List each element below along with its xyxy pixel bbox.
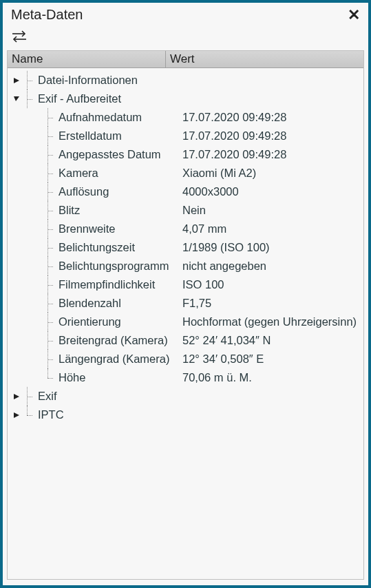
tree-branch [46, 331, 56, 350]
tree-branch [46, 350, 56, 368]
item-value: 4000x3000 [180, 185, 363, 198]
tree-item[interactable]: Breitengrad (Kamera) 52° 24′ 41,034″ N [9, 331, 363, 350]
svg-marker-2 [14, 78, 19, 83]
tree-item[interactable]: Blitz Nein [9, 201, 363, 220]
tree-item[interactable]: Belichtungsprogramm nicht angegeben [9, 257, 363, 275]
item-name: Kamera [59, 167, 180, 180]
tree-item[interactable]: Aufnahmedatum 17.07.2020 09:49:28 [9, 108, 363, 127]
tree-item[interactable]: Kamera Xiaomi (Mi A2) [9, 164, 363, 182]
tree-branch [46, 108, 56, 127]
panel-header: Meta-Daten ✕ [3, 3, 368, 30]
tree-item[interactable]: Auflösung 4000x3000 [9, 182, 363, 201]
item-value: Hochformat (gegen Uhrzeigersinn) [180, 315, 363, 328]
item-name: Auflösung [59, 185, 180, 198]
tree-branch [25, 71, 35, 90]
item-name: Aufnahmedatum [59, 111, 180, 124]
tree-item[interactable]: Belichtungszeit 1/1989 (ISO 100) [9, 238, 363, 257]
tree-branch [25, 406, 35, 424]
svg-marker-3 [14, 96, 19, 101]
column-headers: Name Wert [8, 51, 363, 68]
item-name: Brennweite [59, 222, 180, 235]
item-name: Blitz [59, 204, 180, 217]
tree-branch [46, 294, 56, 313]
metadata-panel: Name Wert Datei-Informationen Exif - Auf… [7, 50, 364, 580]
item-name: Höhe [59, 371, 180, 384]
item-value: 17.07.2020 09:49:28 [180, 148, 363, 161]
expand-icon[interactable] [13, 412, 23, 419]
tree-branch [46, 368, 56, 387]
item-name: Belichtungszeit [59, 241, 180, 254]
item-name: Erstelldatum [59, 129, 180, 143]
item-value: Nein [180, 204, 363, 217]
item-name: Orientierung [59, 315, 180, 328]
tree-branch [46, 257, 56, 275]
item-value: 17.07.2020 09:49:28 [180, 129, 363, 143]
item-name: Blendenzahl [59, 297, 180, 310]
expand-icon[interactable] [13, 77, 23, 84]
tree-item[interactable]: Filmempfindlichkeit ISO 100 [9, 275, 363, 294]
toolbar [3, 30, 368, 50]
tree-item[interactable]: Blendenzahl F1,75 [9, 294, 363, 313]
close-icon[interactable]: ✕ [348, 8, 360, 23]
item-value: Xiaomi (Mi A2) [180, 167, 363, 180]
item-value: F1,75 [180, 297, 363, 310]
column-header-name[interactable]: Name [8, 51, 166, 67]
item-value: 12° 34′ 0,508″ E [180, 353, 363, 366]
tree-branch [46, 164, 56, 182]
item-name: Filmempfindlichkeit [59, 278, 180, 291]
item-name: Angepasstes Datum [59, 148, 180, 161]
tree-branch [46, 313, 56, 331]
tree-branch [46, 145, 56, 164]
svg-marker-4 [14, 394, 19, 399]
tree-group-exif[interactable]: Exif [9, 387, 363, 406]
tree-item[interactable]: Längengrad (Kamera) 12° 34′ 0,508″ E [9, 350, 363, 368]
tree-group-datei-informationen[interactable]: Datei-Informationen [9, 71, 363, 90]
tree-branch [25, 387, 35, 406]
item-value: nicht angegeben [180, 260, 363, 273]
item-value: 70,06 m ü. M. [180, 371, 363, 384]
item-name: Belichtungsprogramm [59, 260, 180, 273]
tree-item[interactable]: Brennweite 4,07 mm [9, 220, 363, 238]
group-label: Exif [38, 390, 363, 403]
group-label: Exif - Aufbereitet [38, 92, 363, 105]
tree-branch [46, 182, 56, 201]
tree-branch [46, 201, 56, 220]
expand-icon[interactable] [13, 393, 23, 400]
tree-item[interactable]: Angepasstes Datum 17.07.2020 09:49:28 [9, 145, 363, 164]
item-name: Längengrad (Kamera) [59, 353, 180, 366]
tree-branch [46, 275, 56, 294]
item-value: 1/1989 (ISO 100) [180, 241, 363, 254]
group-label: Datei-Informationen [38, 74, 363, 87]
panel-title: Meta-Daten [11, 7, 83, 23]
item-value: 17.07.2020 09:49:28 [180, 111, 363, 124]
item-value: 52° 24′ 41,034″ N [180, 334, 363, 347]
collapse-icon[interactable] [13, 96, 23, 103]
tree-branch [25, 90, 35, 108]
tree-branch [46, 127, 56, 145]
swap-icon[interactable] [11, 30, 28, 43]
tree-group-exif-aufbereitet[interactable]: Exif - Aufbereitet [9, 90, 363, 108]
item-value: 4,07 mm [180, 222, 363, 235]
group-label: IPTC [38, 408, 363, 421]
metadata-tree[interactable]: Datei-Informationen Exif - Aufbereitet A… [8, 68, 363, 579]
tree-branch [46, 238, 56, 257]
svg-marker-5 [14, 412, 19, 418]
tree-item[interactable]: Erstelldatum 17.07.2020 09:49:28 [9, 127, 363, 145]
tree-branch [46, 220, 56, 238]
tree-group-iptc[interactable]: IPTC [9, 406, 363, 424]
column-header-value[interactable]: Wert [166, 51, 363, 67]
item-name: Breitengrad (Kamera) [59, 334, 180, 347]
tree-item[interactable]: Orientierung Hochformat (gegen Uhrzeiger… [9, 313, 363, 331]
tree-item[interactable]: Höhe 70,06 m ü. M. [9, 368, 363, 387]
item-value: ISO 100 [180, 278, 363, 291]
